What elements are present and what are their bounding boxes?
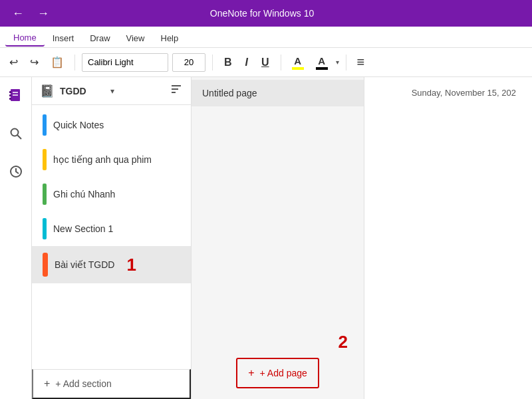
clipboard-button[interactable]: 📋 bbox=[47, 53, 68, 71]
svg-line-7 bbox=[17, 135, 21, 139]
separator-2 bbox=[212, 55, 213, 70]
bold-button[interactable]: B bbox=[219, 54, 237, 71]
font-color-button[interactable]: A bbox=[312, 54, 332, 71]
section-label-new-section: New Section 1 bbox=[53, 223, 113, 234]
add-page-button[interactable]: + + Add page bbox=[236, 358, 319, 388]
menu-insert[interactable]: Insert bbox=[45, 31, 82, 46]
separator-4 bbox=[346, 55, 346, 70]
section-label-hoc-tieng: học tiếng anh qua phim bbox=[53, 154, 152, 165]
section-color-quick-notes bbox=[43, 114, 47, 136]
notebook-name: TGDD bbox=[60, 86, 105, 96]
italic-button[interactable]: I bbox=[241, 54, 253, 71]
undo-button[interactable]: ↩ bbox=[5, 53, 22, 71]
main-layout: 📓 TGDD ▾ Quick Notes học tiếng anh bbox=[0, 77, 532, 399]
svg-rect-3 bbox=[9, 98, 11, 100]
menu-home[interactable]: Home bbox=[5, 30, 45, 47]
add-page-plus-icon: + bbox=[248, 367, 254, 379]
highlight-button[interactable]: A bbox=[288, 54, 308, 71]
search-icon bbox=[9, 127, 23, 140]
history-icon bbox=[9, 165, 23, 178]
sections-list: Quick Notes học tiếng anh qua phim Ghi c… bbox=[32, 105, 191, 369]
redo-button[interactable]: ↪ bbox=[26, 53, 43, 71]
page-label-untitled: Untitled page bbox=[202, 88, 257, 98]
section-color-bai-viet bbox=[43, 253, 48, 277]
toolbar: ↩ ↪ 📋 B I U A A ▾ ≡ bbox=[0, 48, 532, 77]
section-bai-viet[interactable]: Bài viết TGDD 1 bbox=[32, 246, 191, 283]
highlight-color-bar bbox=[292, 67, 304, 70]
notebook-header: 📓 TGDD ▾ bbox=[32, 77, 191, 105]
section-new-section-1[interactable]: New Section 1 bbox=[32, 211, 191, 246]
menu-draw[interactable]: Draw bbox=[82, 31, 118, 46]
add-section-button[interactable]: + + Add section bbox=[32, 369, 191, 399]
forward-button[interactable]: → bbox=[33, 5, 53, 22]
sort-icon-svg bbox=[170, 82, 183, 96]
font-name-input[interactable] bbox=[82, 53, 168, 72]
section-color-hoc-tieng bbox=[43, 149, 47, 170]
list-button[interactable]: ≡ bbox=[353, 52, 369, 72]
notebook-dropdown-chevron[interactable]: ▾ bbox=[110, 86, 114, 96]
section-ghi-chu[interactable]: Ghi chú Nhanh bbox=[32, 177, 191, 211]
section-label-ghi-chu: Ghi chú Nhanh bbox=[53, 189, 115, 200]
back-button[interactable]: ← bbox=[8, 5, 28, 22]
notebook-icon-display: 📓 bbox=[40, 84, 55, 98]
font-color-bar bbox=[316, 67, 328, 70]
history-button[interactable] bbox=[5, 161, 27, 186]
menu-help[interactable]: Help bbox=[153, 31, 187, 46]
icon-sidebar bbox=[0, 77, 32, 399]
separator-1 bbox=[74, 55, 75, 70]
svg-point-6 bbox=[11, 129, 18, 136]
section-quick-notes[interactable]: Quick Notes bbox=[32, 108, 191, 142]
add-page-label: + Add page bbox=[260, 368, 307, 378]
sort-icon[interactable] bbox=[170, 82, 183, 99]
svg-rect-1 bbox=[9, 91, 11, 93]
content-area: Sunday, November 15, 202 bbox=[364, 77, 532, 399]
title-bar: ← → OneNote for Windows 10 bbox=[0, 0, 532, 27]
menu-view[interactable]: View bbox=[118, 31, 153, 46]
annotation-1: 1 bbox=[126, 255, 136, 275]
notebook-panel: 📓 TGDD ▾ Quick Notes học tiếng anh bbox=[32, 77, 192, 399]
page-date: Sunday, November 15, 202 bbox=[380, 88, 516, 98]
section-color-new-section bbox=[43, 218, 47, 239]
menu-bar: Home Insert Draw View Help bbox=[0, 27, 532, 48]
notebook-icon bbox=[9, 88, 23, 102]
annotation-2: 2 bbox=[338, 332, 348, 352]
page-untitled[interactable]: Untitled page bbox=[192, 80, 364, 106]
add-section-label: + Add section bbox=[55, 378, 111, 389]
format-chevron[interactable]: ▾ bbox=[336, 59, 339, 66]
font-color-icon: A bbox=[318, 55, 325, 66]
add-section-plus-icon: + bbox=[44, 378, 50, 390]
pages-list: Untitled page bbox=[192, 77, 364, 207]
separator-3 bbox=[281, 55, 281, 70]
font-size-input[interactable] bbox=[172, 53, 205, 72]
section-label-quick-notes: Quick Notes bbox=[53, 120, 104, 130]
section-hoc-tieng[interactable]: học tiếng anh qua phim bbox=[32, 142, 191, 177]
search-button[interactable] bbox=[5, 123, 27, 148]
section-color-ghi-chu bbox=[43, 184, 47, 205]
highlight-icon: A bbox=[294, 55, 301, 66]
nav-buttons: ← → bbox=[8, 5, 53, 22]
svg-rect-2 bbox=[9, 94, 11, 96]
pages-panel: Untitled page 2 + + Add page bbox=[192, 77, 364, 399]
underline-button[interactable]: U bbox=[257, 54, 274, 71]
section-label-bai-viet: Bài viết TGDD bbox=[55, 259, 114, 270]
notebook-icon-btn[interactable] bbox=[5, 84, 27, 110]
window-title: OneNote for Windows 10 bbox=[53, 8, 471, 19]
